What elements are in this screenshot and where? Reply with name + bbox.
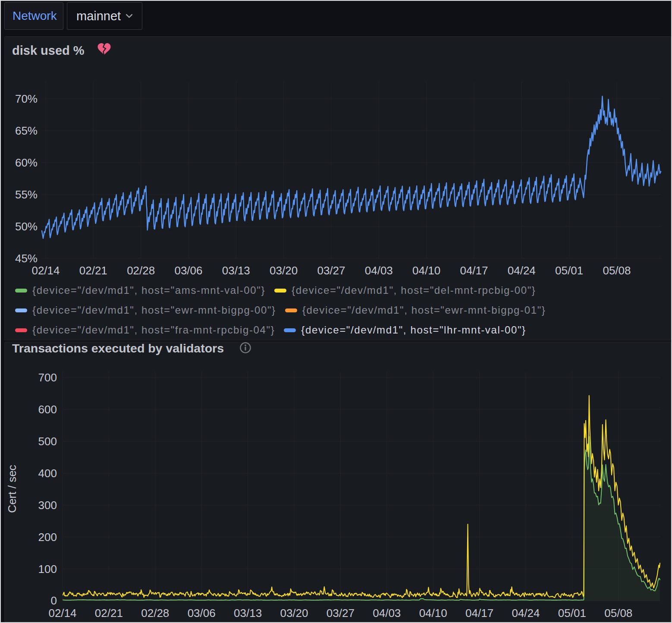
svg-text:500: 500 <box>38 435 57 448</box>
svg-text:02/28: 02/28 <box>141 607 169 620</box>
svg-text:02/28: 02/28 <box>127 264 155 277</box>
svg-text:300: 300 <box>38 499 57 512</box>
svg-text:03/13: 03/13 <box>222 264 250 277</box>
svg-text:04/17: 04/17 <box>460 264 488 277</box>
svg-text:04/03: 04/03 <box>373 607 401 620</box>
svg-text:03/27: 03/27 <box>317 264 345 277</box>
svg-text:03/13: 03/13 <box>234 607 262 620</box>
svg-text:04/24: 04/24 <box>512 607 540 620</box>
svg-text:04/10: 04/10 <box>412 264 440 277</box>
svg-text:55%: 55% <box>15 188 38 201</box>
svg-text:200: 200 <box>38 531 57 544</box>
svg-text:05/08: 05/08 <box>604 607 632 620</box>
svg-text:60%: 60% <box>15 156 38 169</box>
svg-text:50%: 50% <box>15 220 38 233</box>
svg-text:03/06: 03/06 <box>174 264 202 277</box>
svg-text:Cert / sec: Cert / sec <box>6 465 19 513</box>
svg-text:04/10: 04/10 <box>419 607 447 620</box>
svg-text:700: 700 <box>38 371 57 384</box>
svg-text:400: 400 <box>38 467 57 480</box>
svg-text:45%: 45% <box>15 252 38 265</box>
svg-text:03/20: 03/20 <box>270 264 298 277</box>
svg-text:02/21: 02/21 <box>95 607 123 620</box>
svg-text:04/24: 04/24 <box>508 264 536 277</box>
svg-text:02/14: 02/14 <box>48 607 76 620</box>
svg-text:65%: 65% <box>15 124 38 137</box>
svg-text:03/27: 03/27 <box>327 607 355 620</box>
svg-text:04/17: 04/17 <box>465 607 493 620</box>
svg-text:70%: 70% <box>15 92 38 105</box>
svg-text:03/20: 03/20 <box>280 607 308 620</box>
svg-text:600: 600 <box>38 403 57 416</box>
svg-text:03/06: 03/06 <box>188 607 216 620</box>
svg-text:05/08: 05/08 <box>603 264 631 277</box>
svg-text:100: 100 <box>38 563 57 576</box>
svg-text:04/03: 04/03 <box>365 264 393 277</box>
svg-text:0: 0 <box>51 594 57 607</box>
svg-text:02/14: 02/14 <box>31 264 60 277</box>
svg-text:05/01: 05/01 <box>558 607 586 620</box>
svg-text:02/21: 02/21 <box>79 264 107 277</box>
svg-text:05/01: 05/01 <box>555 264 583 277</box>
